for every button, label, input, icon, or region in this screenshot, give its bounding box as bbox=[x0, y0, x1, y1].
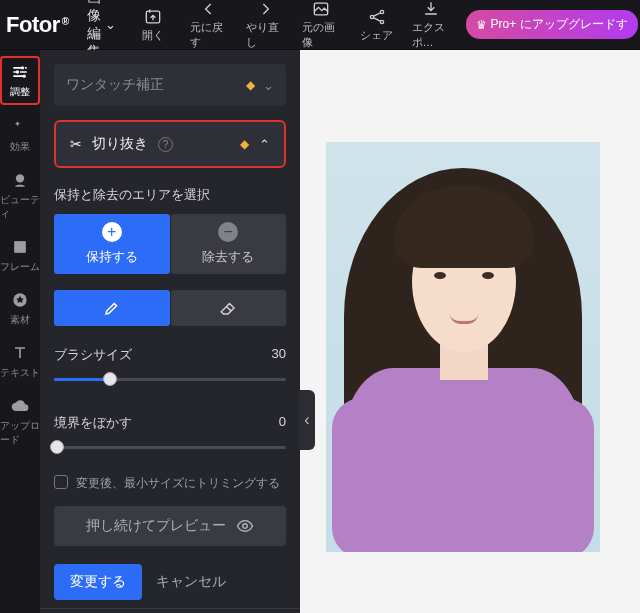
svg-point-2 bbox=[370, 15, 373, 18]
crop-after-row[interactable]: 変更後、最小サイズにトリミングする bbox=[54, 474, 286, 492]
pro-label: Pro+ にアップグレードす bbox=[491, 16, 628, 33]
cutout-section-header[interactable]: ✂ 切り抜き ? ◆ ⌃ bbox=[54, 120, 286, 168]
svg-point-5 bbox=[21, 66, 24, 69]
svg-point-8 bbox=[16, 174, 24, 182]
open-button[interactable]: 開く bbox=[134, 7, 172, 43]
nav-adjust-label: 調整 bbox=[10, 85, 30, 99]
undo-button[interactable]: 元に戻す bbox=[190, 0, 228, 50]
nav-upload[interactable]: アップロード bbox=[0, 392, 40, 451]
brush-tool[interactable] bbox=[54, 290, 170, 326]
share-button[interactable]: シェア bbox=[358, 7, 396, 43]
tool-segment bbox=[54, 290, 286, 326]
nav-beauty-label: ビューティ bbox=[0, 193, 40, 221]
canvas-area[interactable]: ‹ bbox=[300, 50, 640, 613]
brush-size-row: ブラシサイズ 30 bbox=[54, 346, 286, 364]
keep-button[interactable]: + 保持する bbox=[54, 214, 170, 274]
image-preview[interactable] bbox=[326, 142, 600, 552]
crown-icon: ♛ bbox=[476, 18, 487, 32]
collapse-panel-button[interactable]: ‹ bbox=[299, 390, 315, 450]
crop-after-label: 変更後、最小サイズにトリミングする bbox=[76, 474, 280, 492]
nav-assets[interactable]: 素材 bbox=[0, 286, 40, 331]
scissors-icon: ✂ bbox=[70, 136, 82, 152]
original-button[interactable]: 元の画像 bbox=[302, 0, 340, 50]
eraser-icon bbox=[219, 299, 237, 317]
chevron-up-icon: ⌃ bbox=[259, 137, 270, 152]
eye-icon bbox=[236, 517, 254, 535]
nav-upload-label: アップロード bbox=[0, 419, 40, 447]
brush-size-value: 30 bbox=[272, 346, 286, 364]
pro-upgrade-button[interactable]: ♛ Pro+ にアップグレードす bbox=[466, 10, 638, 39]
apply-button[interactable]: 変更する bbox=[54, 564, 142, 600]
remove-button[interactable]: − 除去する bbox=[171, 214, 287, 274]
chevron-down-icon: ⌄ bbox=[105, 17, 116, 32]
redo-label: やり直し bbox=[246, 20, 284, 50]
share-label: シェア bbox=[360, 28, 393, 43]
nav-effects-label: 効果 bbox=[10, 140, 30, 154]
logo[interactable]: Fotor® bbox=[6, 12, 69, 38]
export-button[interactable]: エクスポ… bbox=[412, 0, 450, 50]
nav-text-label: テキスト bbox=[0, 366, 40, 380]
minus-icon: − bbox=[218, 222, 238, 242]
svg-point-4 bbox=[380, 20, 383, 23]
export-label: エクスポ… bbox=[412, 20, 450, 50]
quick-enhance-label: ワンタッチ補正 bbox=[66, 76, 164, 94]
plus-icon: + bbox=[102, 222, 122, 242]
diamond-icon: ◆ bbox=[246, 78, 255, 92]
eraser-tool[interactable] bbox=[171, 290, 287, 326]
nav-effects[interactable]: 効果 bbox=[0, 113, 40, 158]
logo-text: Fotor bbox=[6, 12, 60, 38]
blur-label: 境界をぼかす bbox=[54, 414, 132, 432]
top-bar: Fotor® 画像編集 ⌄ 開く 元に戻す やり直し 元の画像 シェア エクスポ… bbox=[0, 0, 640, 50]
remove-label: 除去する bbox=[202, 248, 254, 266]
blur-value: 0 bbox=[279, 414, 286, 432]
keep-remove-segment: + 保持する − 除去する bbox=[54, 214, 286, 274]
redo-button[interactable]: やり直し bbox=[246, 0, 284, 50]
help-icon[interactable]: ? bbox=[158, 137, 173, 152]
preview-button[interactable]: 押し続けてプレビュー bbox=[54, 506, 286, 546]
blur-row: 境界をぼかす 0 bbox=[54, 414, 286, 432]
checkbox[interactable] bbox=[54, 475, 68, 489]
open-label: 開く bbox=[142, 28, 164, 43]
area-hint: 保持と除去のエリアを選択 bbox=[54, 186, 286, 204]
svg-point-3 bbox=[380, 10, 383, 13]
undo-label: 元に戻す bbox=[190, 20, 228, 50]
left-nav: 調整 効果 ビューティ フレーム 素材 テキスト アップロード bbox=[0, 50, 40, 613]
blur-slider[interactable] bbox=[54, 438, 286, 456]
cancel-label: キャンセル bbox=[156, 573, 226, 589]
diamond-icon: ◆ bbox=[240, 137, 249, 151]
apply-label: 変更する bbox=[70, 573, 126, 589]
brush-size-label: ブラシサイズ bbox=[54, 346, 132, 364]
quick-enhance-row[interactable]: ワンタッチ補正 ◆ ⌄ bbox=[54, 64, 286, 106]
chevron-down-icon: ⌄ bbox=[263, 78, 274, 93]
svg-rect-9 bbox=[14, 241, 26, 253]
nav-assets-label: 素材 bbox=[10, 313, 30, 327]
nav-frame-label: フレーム bbox=[0, 260, 40, 274]
pencil-icon bbox=[103, 299, 121, 317]
original-label: 元の画像 bbox=[302, 20, 340, 50]
brush-size-slider[interactable] bbox=[54, 370, 286, 388]
registered-icon: ® bbox=[62, 16, 69, 27]
chevron-left-icon: ‹ bbox=[304, 411, 309, 429]
svg-point-11 bbox=[243, 524, 248, 529]
nav-adjust[interactable]: 調整 bbox=[0, 56, 40, 105]
preview-label: 押し続けてプレビュー bbox=[86, 517, 226, 535]
adjust-panel: ワンタッチ補正 ◆ ⌄ ✂ 切り抜き ? ◆ ⌃ 保持と除去のエリアを選択 + bbox=[40, 50, 300, 613]
basic-functions-row[interactable]: 基本機能 ⌄ bbox=[54, 609, 286, 613]
svg-point-7 bbox=[23, 75, 26, 78]
nav-text[interactable]: テキスト bbox=[0, 339, 40, 384]
cancel-button[interactable]: キャンセル bbox=[156, 573, 226, 591]
nav-beauty[interactable]: ビューティ bbox=[0, 166, 40, 225]
cutout-title: 切り抜き bbox=[92, 135, 148, 153]
nav-frame[interactable]: フレーム bbox=[0, 233, 40, 278]
svg-point-6 bbox=[16, 70, 19, 73]
keep-label: 保持する bbox=[86, 248, 138, 266]
